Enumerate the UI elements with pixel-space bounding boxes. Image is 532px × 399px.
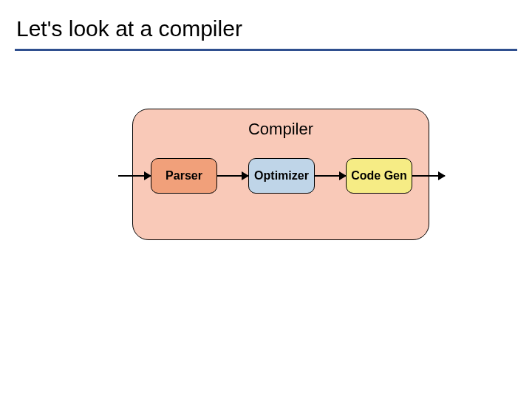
arrow-parser-optimizer (217, 175, 248, 177)
arrow-input (118, 175, 151, 177)
compiler-label: Compiler (133, 120, 429, 139)
slide: Let's look at a compiler Compiler Parser… (0, 0, 532, 399)
slide-title: Let's look at a compiler (16, 16, 242, 41)
arrow-optimizer-codegen (315, 175, 346, 177)
stage-codegen: Code Gen (346, 158, 412, 194)
title-rule (15, 49, 517, 51)
compiler-container: Compiler Parser Optimizer Code Gen (132, 109, 429, 240)
stage-optimizer: Optimizer (248, 158, 315, 194)
arrow-output (412, 175, 445, 177)
stage-parser: Parser (151, 158, 217, 194)
